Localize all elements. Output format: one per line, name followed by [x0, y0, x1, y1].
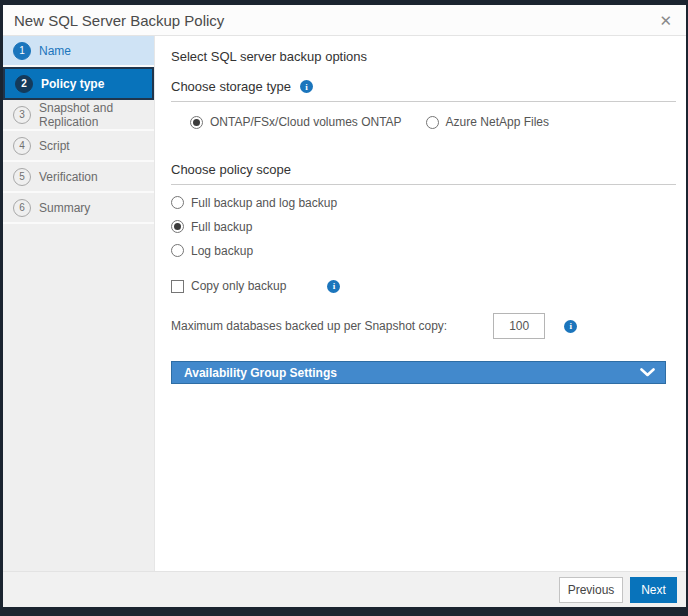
step-number-badge: 2: [15, 75, 33, 93]
panel-heading: Select SQL server backup options: [171, 49, 676, 64]
max-databases-label: Maximum databases backed up per Snapshot…: [171, 319, 447, 333]
radio-azure-netapp-files[interactable]: Azure NetApp Files: [426, 115, 549, 129]
step-label: Verification: [39, 170, 98, 184]
radio-icon[interactable]: [171, 220, 184, 233]
radio-label: Full backup: [191, 220, 252, 234]
wizard-steps-sidebar: 1 Name 2 Policy type 3 Snapshot and Repl…: [3, 36, 155, 571]
availability-group-settings-label: Availability Group Settings: [184, 366, 337, 380]
storage-type-title-text: Choose storage type: [171, 79, 291, 94]
copy-only-backup-row: Copy only backup i: [171, 279, 676, 293]
copy-only-backup-checkbox[interactable]: [171, 280, 184, 293]
storage-type-section-title: Choose storage type i: [171, 79, 676, 94]
radio-label: Log backup: [191, 244, 253, 258]
availability-group-settings-expander[interactable]: Availability Group Settings: [171, 361, 666, 384]
section-divider: [171, 101, 676, 102]
max-databases-input[interactable]: [493, 313, 545, 339]
radio-log-backup[interactable]: Log backup: [171, 239, 676, 262]
step-label: Name: [39, 44, 71, 58]
step-summary[interactable]: 6 Summary: [3, 193, 154, 224]
step-script[interactable]: 4 Script: [3, 131, 154, 162]
info-icon[interactable]: i: [327, 280, 340, 293]
step-label: Snapshot and Replication: [39, 101, 154, 129]
checkbox-label: Copy only backup: [191, 279, 286, 293]
next-button[interactable]: Next: [630, 577, 677, 603]
step-number-badge: 6: [13, 199, 31, 217]
step-label: Script: [39, 139, 70, 153]
radio-full-backup[interactable]: Full backup: [171, 215, 676, 238]
policy-scope-options: Full backup and log backup Full backup L…: [171, 191, 676, 262]
radio-icon[interactable]: [426, 116, 439, 129]
step-verification[interactable]: 5 Verification: [3, 162, 154, 193]
radio-full-and-log-backup[interactable]: Full backup and log backup: [171, 191, 676, 214]
storage-type-options: ONTAP/FSx/Cloud volumes ONTAP Azure NetA…: [190, 115, 676, 129]
step-number-badge: 4: [13, 137, 31, 155]
chevron-down-icon[interactable]: [640, 368, 655, 377]
info-icon[interactable]: i: [300, 80, 313, 93]
max-databases-row: Maximum databases backed up per Snapshot…: [171, 313, 676, 339]
previous-button[interactable]: Previous: [559, 577, 623, 603]
policy-type-panel: Select SQL server backup options Choose …: [155, 36, 686, 571]
radio-icon[interactable]: [190, 116, 203, 129]
step-label: Summary: [39, 201, 90, 215]
info-icon[interactable]: i: [564, 320, 577, 333]
dialog-titlebar: New SQL Server Backup Policy ✕: [3, 5, 686, 36]
radio-label: Full backup and log backup: [191, 196, 337, 210]
radio-icon[interactable]: [171, 244, 184, 257]
policy-scope-section-title: Choose policy scope: [171, 162, 676, 177]
radio-ontap-fsx-cvo[interactable]: ONTAP/FSx/Cloud volumes ONTAP: [190, 115, 402, 129]
radio-label: ONTAP/FSx/Cloud volumes ONTAP: [210, 115, 402, 129]
close-icon[interactable]: ✕: [659, 13, 672, 28]
radio-label: Azure NetApp Files: [446, 115, 549, 129]
new-sql-backup-policy-dialog: New SQL Server Backup Policy ✕ 1 Name 2 …: [3, 5, 686, 607]
radio-icon[interactable]: [171, 196, 184, 209]
step-number-badge: 5: [13, 168, 31, 186]
policy-scope-title-text: Choose policy scope: [171, 162, 291, 177]
step-number-badge: 3: [13, 106, 31, 124]
dialog-footer: Previous Next: [3, 571, 686, 607]
dialog-title: New SQL Server Backup Policy: [14, 12, 224, 29]
section-divider: [171, 184, 676, 185]
step-policy-type[interactable]: 2 Policy type: [3, 67, 154, 100]
step-snapshot-replication[interactable]: 3 Snapshot and Replication: [3, 100, 154, 131]
step-number-badge: 1: [13, 42, 31, 60]
step-name[interactable]: 1 Name: [3, 36, 154, 67]
step-label: Policy type: [41, 77, 104, 91]
